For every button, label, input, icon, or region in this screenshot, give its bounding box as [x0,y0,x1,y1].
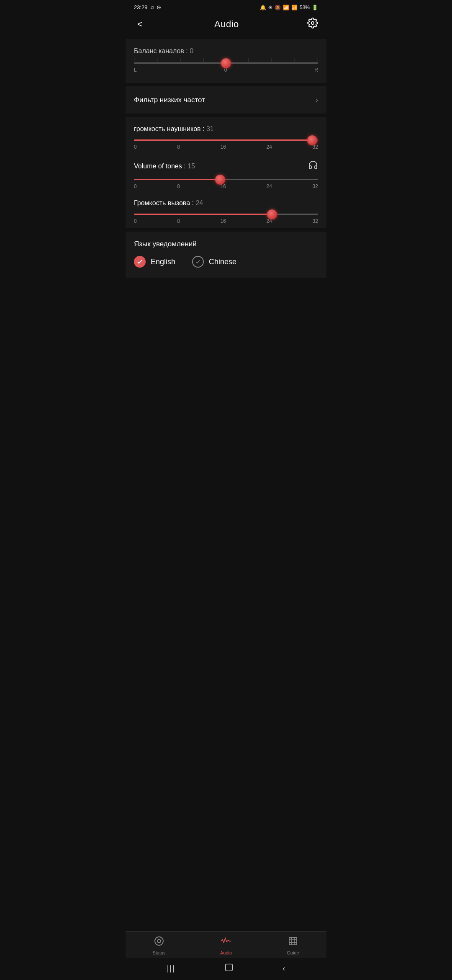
audio-nav-label: Audio [220,950,232,955]
system-menu-button[interactable]: ||| [167,964,175,973]
headphone-slider-track[interactable] [134,139,318,141]
nav-item-status[interactable]: Status [144,936,174,955]
status-time: 23:29 [134,4,148,10]
headphone-icon [308,160,318,172]
header: < Audio [126,13,326,39]
headphone-slider-wrapper: 08162432 [134,139,318,150]
status-nav-icon [154,936,164,949]
english-radio[interactable] [134,256,146,268]
back-button[interactable]: < [134,17,146,31]
language-option-english[interactable]: English [134,256,175,268]
guide-nav-icon [288,936,298,949]
system-home-button[interactable] [224,963,234,974]
page-title: Audio [214,19,239,30]
tones-volume-row: Volume of tones : 15 08162432 [134,160,318,189]
chinese-label: Chinese [209,258,236,266]
low-filter-row[interactable]: Фильтр низких частот › [126,86,326,113]
nav-item-audio[interactable]: Audio [211,936,241,955]
alarm-icon: 🔔 [260,5,266,10]
headphone-volume-label: громкость наушников : 31 [134,125,318,133]
low-filter-chevron: › [316,95,318,104]
status-icon1: ♫ [150,4,154,10]
tones-slider-wrapper: 08162432 [134,179,318,189]
volume-section: громкость наушников : 31 08162432 Volume… [126,117,326,228]
tones-volume-label: Volume of tones : 15 [134,160,318,172]
english-label: English [151,258,175,266]
tones-slider-track[interactable] [134,179,318,180]
headphone-slider-thumb[interactable] [307,135,317,145]
status-right: 🔔 ✳ 🔕 📶 📶 53% 🔋 [260,5,318,10]
battery-level: 53% [300,5,310,10]
system-nav: ||| ‹ [126,958,326,980]
language-title: Язык уведомлений [134,240,318,248]
nav-items: Status Audio Guide [126,932,326,958]
svg-rect-3 [289,937,297,945]
channel-balance-thumb[interactable] [221,58,231,68]
svg-rect-8 [226,964,233,971]
low-filter-label: Фильтр низких частот [134,96,205,104]
mute-icon: 🔕 [275,5,281,10]
language-option-chinese[interactable]: Chinese [192,256,236,268]
call-slider-track[interactable] [134,214,318,215]
nav-item-guide[interactable]: Guide [278,936,308,955]
call-slider-thumb[interactable] [267,209,277,219]
settings-button[interactable] [307,18,318,31]
status-left: 23:29 ♫ ⊖ [134,4,161,10]
tones-slider-labels: 08162432 [134,183,318,189]
bottom-nav: Status Audio Guide [126,931,326,980]
bluetooth-icon: ✳ [268,5,272,10]
channel-balance-slider-wrapper: L 0 R [134,62,318,73]
call-slider-labels: 08162432 [134,218,318,224]
call-slider-wrapper: 08162432 [134,214,318,224]
status-nav-label: Status [152,950,165,955]
signal-icon: 📶 [291,5,298,10]
battery-icon: 🔋 [312,5,318,10]
channel-balance-track[interactable] [134,62,318,64]
language-section: Язык уведомлений English Chinese [126,232,326,278]
language-options: English Chinese [134,256,318,268]
wifi-icon: 📶 [283,5,289,10]
svg-point-2 [157,939,161,943]
svg-point-1 [155,937,163,945]
guide-nav-label: Guide [287,950,299,955]
chinese-radio[interactable] [192,256,204,268]
svg-point-0 [311,22,314,25]
call-volume-label: Громкость вызова : 24 [134,199,318,207]
system-back-button[interactable]: ‹ [282,964,285,973]
call-volume-row: Громкость вызова : 24 08162432 [134,199,318,224]
channel-balance-section: Баланс каналов : 0 L [126,39,326,83]
headphone-volume-row: громкость наушников : 31 08162432 [134,125,318,150]
status-icon2: ⊖ [157,4,161,10]
channel-balance-label: Баланс каналов : 0 [134,47,318,55]
tones-slider-thumb[interactable] [215,175,225,185]
headphone-slider-labels: 08162432 [134,144,318,150]
audio-nav-icon [220,936,232,949]
status-bar: 23:29 ♫ ⊖ 🔔 ✳ 🔕 📶 📶 53% 🔋 [126,0,326,13]
